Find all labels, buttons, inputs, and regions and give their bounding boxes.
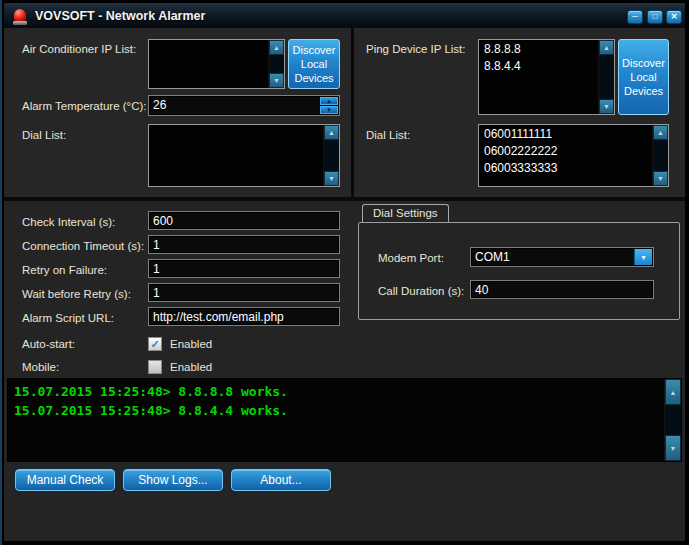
dial-list-right-label: Dial List: xyxy=(366,129,410,141)
scroll-track[interactable] xyxy=(269,55,284,73)
wait-before-retry-label: Wait before Retry (s): xyxy=(22,288,131,300)
show-logs-button[interactable]: Show Logs... xyxy=(123,469,223,491)
maximize-icon: □ xyxy=(653,13,658,21)
check-interval-field[interactable]: 600 xyxy=(148,211,340,230)
scroll-down-button[interactable]: ▼ xyxy=(324,171,339,186)
scroll-down-icon: ▼ xyxy=(273,77,280,84)
discover-local-devices-button-left[interactable]: Discover Local Devices xyxy=(288,39,340,89)
scroll-down-button[interactable]: ▼ xyxy=(665,435,681,461)
scroll-track[interactable] xyxy=(324,140,339,171)
temperature-spinner[interactable]: ▲ ▼ xyxy=(320,97,338,114)
minimize-button[interactable]: ─ xyxy=(627,10,643,24)
alarm-temperature-label: Alarm Temperature (°C): xyxy=(22,100,147,112)
manual-check-button[interactable]: Manual Check xyxy=(15,469,115,491)
scroll-up-button[interactable]: ▲ xyxy=(324,125,339,140)
scroll-down-button[interactable]: ▼ xyxy=(599,99,614,114)
autostart-label: Auto-start: xyxy=(22,338,75,350)
scroll-down-button[interactable]: ▼ xyxy=(653,171,668,186)
alarm-script-url-field[interactable]: http://test.com/email.php xyxy=(148,307,340,326)
dial-list-left-content xyxy=(149,125,323,186)
discover-local-devices-button-right[interactable]: Discover Local Devices xyxy=(618,39,669,115)
retry-on-failure-label: Retry on Failure: xyxy=(22,264,107,276)
mobile-enabled-label: Enabled xyxy=(170,361,212,373)
ping-ip-scrollbar[interactable]: ▲ ▼ xyxy=(598,40,614,114)
combo-dropdown-button[interactable]: ▼ xyxy=(634,249,652,265)
connection-timeout-label: Connection Timeout (s): xyxy=(22,240,144,252)
call-duration-label: Call Duration (s): xyxy=(378,285,464,297)
scroll-down-icon: ▼ xyxy=(670,445,677,452)
connection-timeout-field[interactable]: 1 xyxy=(148,235,340,254)
dial-list-right-scrollbar[interactable]: ▲ ▼ xyxy=(652,125,668,186)
modem-port-select[interactable]: COM1 ▼ xyxy=(470,247,654,267)
scroll-up-button[interactable]: ▲ xyxy=(269,40,284,55)
log-console[interactable]: 15.07.2015 15:25:48> 8.8.8.8 works.15.07… xyxy=(7,378,682,462)
autostart-checkbox[interactable]: ✓ xyxy=(148,337,162,351)
spin-up-icon: ▲ xyxy=(326,98,332,104)
close-button[interactable]: ✕ xyxy=(666,10,682,24)
siren-dome xyxy=(14,9,26,21)
dial-list-left-box[interactable]: ▲ ▼ xyxy=(148,124,340,187)
autostart-enabled-label: Enabled xyxy=(170,338,212,350)
scroll-up-icon: ▲ xyxy=(273,44,280,51)
spinner-down-button[interactable]: ▼ xyxy=(320,106,338,114)
mobile-label: Mobile: xyxy=(22,361,59,373)
alarm-script-url-label: Alarm Script URL: xyxy=(22,312,114,324)
scroll-up-icon: ▲ xyxy=(328,129,335,136)
log-content: 15.07.2015 15:25:48> 8.8.8.8 works.15.07… xyxy=(8,379,664,461)
scroll-down-button[interactable]: ▼ xyxy=(269,73,284,88)
spin-down-icon: ▼ xyxy=(326,107,332,113)
dial-list-left-scrollbar[interactable]: ▲ ▼ xyxy=(323,125,339,186)
dial-list-right-box[interactable]: 06001111111 06002222222 06003333333 ▲ ▼ xyxy=(478,124,669,187)
ping-ip-listbox[interactable]: 8.8.8.8 8.8.4.4 ▲ ▼ xyxy=(478,39,615,115)
wait-before-retry-field[interactable]: 1 xyxy=(148,283,340,302)
scroll-up-icon: ▲ xyxy=(657,129,664,136)
alarm-temperature-field[interactable]: 26 ▲ ▼ xyxy=(148,95,340,116)
log-line: 15.07.2015 15:25:48> 8.8.8.8 works. xyxy=(14,382,658,401)
log-scrollbar[interactable]: ▲ ▼ xyxy=(664,379,681,461)
horizontal-divider xyxy=(4,197,685,201)
ac-ip-listbox[interactable]: ▲ ▼ xyxy=(148,39,285,89)
siren-base xyxy=(13,21,27,25)
maximize-button[interactable]: □ xyxy=(647,10,663,24)
call-duration-field[interactable]: 40 xyxy=(470,280,654,299)
ac-ip-list-content xyxy=(149,40,268,88)
scroll-down-icon: ▼ xyxy=(603,103,610,110)
modem-port-label: Modem Port: xyxy=(378,252,444,264)
scroll-up-button[interactable]: ▲ xyxy=(665,379,681,405)
log-line: 15.07.2015 15:25:48> 8.8.4.4 works. xyxy=(14,401,658,420)
vertical-divider xyxy=(351,28,354,198)
chevron-down-icon: ▼ xyxy=(640,254,647,261)
check-interval-label: Check Interval (s): xyxy=(22,216,115,228)
close-icon: ✕ xyxy=(671,13,678,21)
ac-ip-scrollbar[interactable]: ▲ ▼ xyxy=(268,40,284,88)
ac-ip-list-label: Air Conditioner IP List: xyxy=(22,43,136,55)
scroll-down-icon: ▼ xyxy=(657,175,664,182)
alarm-siren-icon xyxy=(13,8,27,26)
tab-dial-settings[interactable]: Dial Settings xyxy=(362,204,449,222)
scroll-up-icon: ▲ xyxy=(603,44,610,51)
spinner-up-button[interactable]: ▲ xyxy=(320,97,338,105)
alarm-temperature-value: 26 xyxy=(153,98,166,112)
scroll-track[interactable] xyxy=(599,55,614,99)
modem-port-value: COM1 xyxy=(475,250,510,264)
app-window: VOVSOFT - Network Alarmer ─ □ ✕ Air Cond… xyxy=(0,0,689,545)
scroll-track[interactable] xyxy=(653,140,668,171)
scroll-up-button[interactable]: ▲ xyxy=(599,40,614,55)
window-title: VOVSOFT - Network Alarmer xyxy=(35,9,205,23)
checkmark-icon: ✓ xyxy=(150,339,159,350)
scroll-up-button[interactable]: ▲ xyxy=(653,125,668,140)
scroll-down-icon: ▼ xyxy=(328,175,335,182)
mobile-checkbox[interactable] xyxy=(148,360,162,374)
retry-on-failure-field[interactable]: 1 xyxy=(148,259,340,278)
scroll-track[interactable] xyxy=(665,405,681,435)
ping-ip-list-content: 8.8.8.8 8.8.4.4 xyxy=(479,40,598,114)
about-button[interactable]: About... xyxy=(231,469,331,491)
dial-settings-groupbox xyxy=(358,222,680,320)
dial-list-right-content: 06001111111 06002222222 06003333333 xyxy=(479,125,652,186)
dial-list-left-label: Dial List: xyxy=(22,129,66,141)
titlebar[interactable]: VOVSOFT - Network Alarmer ─ □ ✕ xyxy=(4,3,685,28)
minimize-icon: ─ xyxy=(632,13,638,21)
ping-ip-list-label: Ping Device IP List: xyxy=(366,43,466,55)
scroll-up-icon: ▲ xyxy=(670,389,677,396)
